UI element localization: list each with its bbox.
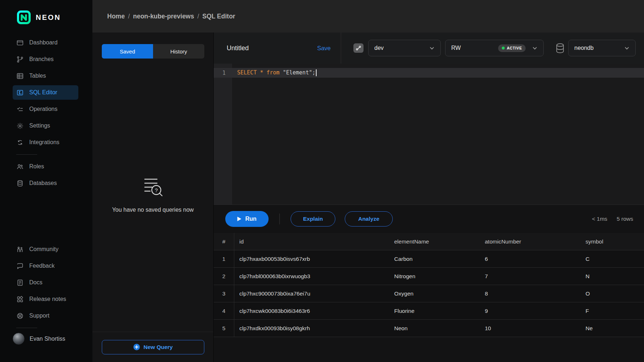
code-line-1: 1 SELECT * from "Element";: [214, 68, 644, 78]
compute-select-value: RW: [451, 45, 461, 51]
cell-elementName: Carbon: [389, 256, 480, 262]
sql-terminal-icon: [16, 89, 24, 96]
sidebar-bottom: Community Feedback Docs Release notes Su…: [0, 242, 92, 345]
table-row: 5 clp7hxdkx00093b0isy08gkrh Neon 10 Ne: [214, 320, 644, 337]
run-label: Run: [245, 216, 256, 222]
sidebar-item-tables[interactable]: Tables: [13, 69, 78, 83]
cell-index: 4: [214, 302, 234, 319]
new-query-label: New Query: [144, 344, 173, 350]
grid-icon: [16, 296, 24, 303]
sidebar-item-support[interactable]: Support: [13, 309, 78, 323]
chevron-down-icon: [624, 46, 630, 51]
save-link[interactable]: Save: [317, 45, 331, 52]
sidebar-item-community[interactable]: Community: [13, 242, 78, 257]
database-select[interactable]: neondb: [568, 40, 636, 56]
sidebar-item-operations[interactable]: Operations: [13, 102, 78, 116]
run-button[interactable]: Run: [225, 211, 269, 227]
active-dot-icon: [502, 47, 505, 49]
status-badge: ACTIVE: [498, 44, 526, 52]
compute-select[interactable]: RW ACTIVE: [445, 40, 544, 56]
text-cursor: [316, 69, 317, 76]
sidebar-item-label: Branches: [29, 56, 54, 63]
cell-index: 3: [214, 285, 234, 302]
column-header-elementName: elementName: [389, 238, 480, 245]
sidebar-item-label: Community: [29, 246, 58, 253]
column-header-id: id: [234, 238, 389, 245]
results-toolbar: Run Explain Analyze < 1ms 5 rows: [214, 204, 644, 233]
status-badge-label: ACTIVE: [507, 46, 522, 50]
user-name: Evan Shortiss: [30, 336, 65, 342]
table-row: 4 clp7hxcwk00083b0i6i3463r6 Fluorine 9 F: [214, 302, 644, 320]
lifebuoy-icon: [16, 312, 24, 320]
cell-id: clp7hxdkx00093b0isy08gkrh: [234, 325, 389, 332]
breadcrumb-current-page: SQL Editor: [203, 13, 235, 20]
cell-atomicNumber: 8: [480, 290, 580, 297]
branch-select[interactable]: dev: [368, 40, 441, 56]
cell-elementName: Oxygen: [389, 290, 480, 297]
breadcrumb-project[interactable]: neon-kube-previews: [133, 13, 194, 20]
sidebar-item-label: Docs: [29, 279, 42, 286]
sidebar-item-settings[interactable]: Settings: [13, 118, 78, 133]
table-row: 2 clp7hxbl000063b0ixrwuogb3 Nitrogen 7 N: [214, 268, 644, 285]
cell-id: clp7hxc9000073b0ixa76ei7u: [234, 290, 389, 297]
sidebar-item-label: Support: [29, 313, 49, 319]
chevron-down-icon: [429, 46, 435, 51]
line-number: 1: [214, 70, 232, 76]
community-icon: [16, 246, 24, 253]
table-row: 3 clp7hxc9000073b0ixa76ei7u Oxygen 8 O: [214, 285, 644, 302]
cell-index: 5: [214, 320, 234, 337]
plus-circle-icon: [133, 344, 140, 350]
sidebar-item-sql-editor[interactable]: SQL Editor: [13, 85, 78, 100]
no-saved-queries-icon: ?: [140, 176, 166, 199]
compute-select-right: ACTIVE: [498, 44, 538, 52]
sidebar-item-label: SQL Editor: [29, 89, 57, 96]
sidebar-item-docs[interactable]: Docs: [13, 275, 78, 290]
table-icon: [16, 72, 24, 80]
sidebar-item-feedback[interactable]: Feedback: [13, 259, 78, 273]
sidebar-item-dashboard[interactable]: Dashboard: [13, 35, 78, 50]
chevron-down-icon: [532, 46, 538, 51]
cell-symbol: N: [580, 273, 644, 280]
neon-wordmark: NEON: [36, 13, 61, 22]
cell-id: clp7hxbl000063b0ixrwuogb3: [234, 273, 389, 280]
branch-icon-button[interactable]: [353, 43, 364, 53]
sidebar-item-roles[interactable]: Roles: [13, 159, 78, 174]
sidebar-item-label: Integrations: [29, 139, 60, 146]
new-query-button[interactable]: New Query: [102, 340, 204, 354]
cell-symbol: Ne: [580, 325, 644, 332]
sidebar-item-label: Dashboard: [29, 39, 57, 46]
sql-identifier: "Element";: [283, 69, 315, 76]
neon-logo[interactable]: NEON: [17, 10, 92, 25]
sidebar-item-databases[interactable]: Databases: [13, 176, 78, 190]
sidebar-item-integrations[interactable]: Integrations: [13, 135, 78, 150]
query-title[interactable]: Untitled: [227, 44, 249, 52]
user-menu[interactable]: Evan Shortiss: [13, 333, 92, 345]
sidebar-item-branches[interactable]: Branches: [13, 52, 78, 66]
cell-id: clp7hxcwk00083b0i6i3463r6: [234, 308, 389, 314]
explain-button[interactable]: Explain: [291, 211, 335, 227]
speech-bubble-icon: [16, 262, 24, 270]
sql-keyword: from: [266, 69, 279, 76]
sidebar-item-release-notes[interactable]: Release notes: [13, 292, 78, 306]
gear-icon: [16, 122, 24, 130]
code-editor[interactable]: 1 SELECT * from "Element";: [214, 64, 644, 204]
result-meta: < 1ms 5 rows: [592, 216, 633, 222]
sidebar-divider: [16, 154, 37, 155]
breadcrumb-home[interactable]: Home: [107, 13, 125, 20]
tab-history[interactable]: History: [153, 44, 204, 59]
sql-code: SELECT * from "Element";: [232, 69, 317, 76]
saved-queries-panel: Saved History ? You have no saved querie…: [92, 33, 214, 362]
line-number-gutter: [214, 64, 232, 204]
svg-text:?: ?: [155, 187, 157, 193]
cell-index: 1: [214, 250, 234, 267]
cell-atomicNumber: 9: [480, 308, 580, 314]
cell-symbol: F: [580, 308, 644, 314]
column-header-index: #: [214, 233, 234, 250]
query-duration: < 1ms: [592, 216, 608, 222]
empty-state-text: You have no saved queries now: [92, 207, 213, 213]
tab-saved[interactable]: Saved: [102, 44, 153, 59]
analyze-button[interactable]: Analyze: [345, 211, 393, 227]
topbar: Home / neon-kube-previews / SQL Editor: [92, 0, 644, 33]
branch-select-value: dev: [374, 45, 384, 51]
sidebar-item-label: Databases: [29, 180, 57, 186]
